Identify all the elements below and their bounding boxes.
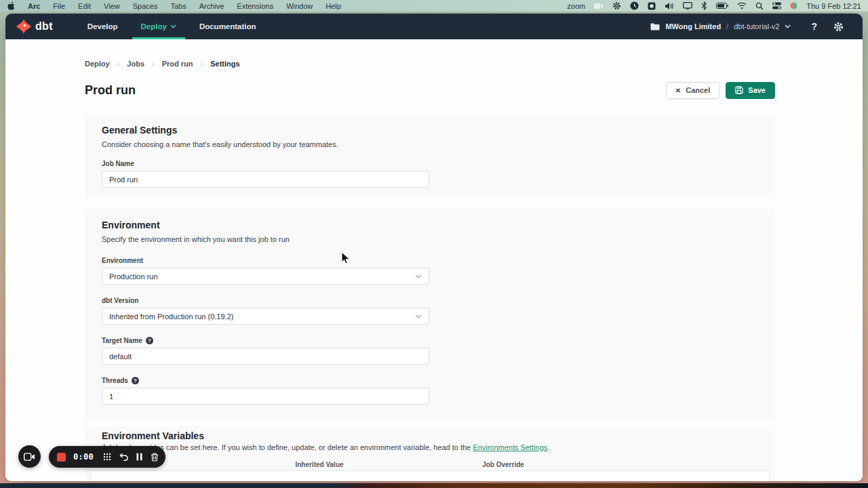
menu-tabs[interactable]: Tabs — [170, 2, 186, 10]
page-title: Prod run — [85, 83, 136, 98]
macos-menubar: Arc File Edit View Spaces Tabs Archive E… — [0, 0, 868, 12]
close-icon: ✕ — [675, 87, 681, 94]
chevron-down-icon — [415, 274, 422, 279]
breadcrumb-separator: › — [117, 60, 120, 68]
environment-variables-section: Environment Variables Job level override… — [85, 426, 775, 481]
cancel-button[interactable]: ✕ Cancel — [666, 82, 719, 99]
wifi-icon[interactable] — [737, 2, 747, 9]
breadcrumb-settings: Settings — [210, 60, 239, 68]
target-name-label: Target Name — [102, 337, 142, 344]
spotlight-search-icon[interactable] — [755, 2, 764, 10]
general-description: Consider choosing a name that's easily u… — [102, 140, 758, 148]
dbt-version-select[interactable]: Inherited from Production run (0.19.2) — [102, 308, 429, 325]
menu-edit[interactable]: Edit — [78, 2, 91, 10]
breadcrumb-deploy[interactable]: Deploy — [85, 60, 110, 68]
clock-status-icon[interactable] — [630, 1, 639, 10]
account-project-separator: / — [726, 22, 728, 30]
breadcrumb-jobs[interactable]: Jobs — [127, 60, 144, 68]
pause-recording-icon[interactable] — [136, 453, 142, 461]
general-settings-section: General Settings Consider choosing a nam… — [85, 114, 775, 199]
zoom-status-label[interactable]: zoom — [567, 2, 585, 10]
nav-deploy[interactable]: Deploy — [130, 14, 188, 39]
menu-view[interactable]: View — [104, 2, 120, 10]
breadcrumb: Deploy › Jobs › Prod run › Settings — [85, 60, 775, 68]
zoom-camera-icon[interactable] — [594, 3, 604, 9]
folder-icon — [650, 23, 660, 30]
column-header-inherited-value: Inherited Value — [265, 461, 374, 468]
column-header-job-override: Job Override — [449, 461, 557, 468]
dbt-logo-text: dbt — [35, 20, 53, 33]
target-name-input[interactable] — [102, 348, 429, 365]
recording-toolbar: 0:00 — [49, 446, 165, 468]
display-icon[interactable] — [683, 2, 692, 9]
help-circle-icon[interactable]: ? — [132, 377, 139, 384]
desktop-bottom-edge — [0, 483, 868, 488]
volume-icon[interactable] — [665, 2, 674, 10]
threads-input[interactable] — [102, 388, 429, 405]
dbt-logo[interactable]: dbt — [16, 19, 53, 34]
control-center-icon[interactable] — [772, 2, 781, 9]
environment-select[interactable]: Production run — [102, 268, 429, 285]
help-circle-icon[interactable]: ? — [146, 337, 153, 344]
save-button[interactable]: Save — [726, 82, 775, 99]
job-name-input[interactable] — [102, 171, 429, 188]
box-app-icon[interactable] — [648, 2, 656, 10]
environment-description: Specify the environment in which you wan… — [102, 235, 758, 243]
menu-extensions[interactable]: Extensions — [237, 2, 273, 10]
menu-window[interactable]: Window — [286, 2, 313, 10]
nav-documentation[interactable]: Documentation — [188, 14, 268, 39]
chevron-down-icon — [415, 314, 422, 319]
menu-archive[interactable]: Archive — [199, 2, 224, 10]
breadcrumb-prod-run[interactable]: Prod run — [162, 60, 193, 68]
job-name-label: Job Name — [102, 160, 758, 167]
environment-section: Environment Specify the environment in w… — [85, 209, 775, 422]
drag-handle-icon[interactable] — [103, 453, 111, 461]
settings-gear-icon[interactable] — [833, 22, 844, 32]
camera-bubble-button[interactable] — [18, 445, 41, 468]
breadcrumb-separator: › — [152, 60, 155, 68]
threads-label: Threads — [102, 377, 128, 384]
recording-timer: 0:00 — [73, 452, 94, 462]
breadcrumb-separator: › — [201, 60, 203, 68]
environment-label: Environment — [102, 257, 758, 264]
env-vars-description: Job level overrides can be set here. If … — [102, 443, 758, 451]
stop-recording-button[interactable] — [57, 453, 66, 462]
gear-status-icon[interactable] — [612, 1, 621, 10]
dbt-version-label: dbt Version — [102, 297, 758, 304]
environments-settings-link[interactable]: Environments Settings — [473, 443, 547, 451]
video-camera-icon — [24, 453, 35, 461]
section-title-general: General Settings — [102, 114, 758, 136]
menu-help[interactable]: Help — [326, 2, 341, 10]
restart-recording-icon[interactable] — [119, 453, 128, 461]
dbt-logo-icon — [16, 19, 31, 34]
section-title-environment: Environment — [102, 209, 758, 230]
battery-icon[interactable] — [716, 3, 728, 9]
bluetooth-icon[interactable] — [701, 1, 707, 10]
chevron-down-icon — [170, 24, 176, 28]
browser-window: dbt Develop Deploy Documentation MWong L… — [5, 14, 863, 481]
account-name[interactable]: MWong Limited — [665, 22, 721, 30]
section-title-env-vars: Environment Variables — [102, 426, 758, 441]
apple-icon[interactable] — [7, 1, 15, 11]
project-selector[interactable]: dbt-tutorial-v2 — [734, 22, 779, 30]
menubar-clock[interactable]: Thu 9 Feb 12:21 — [806, 2, 861, 10]
delete-recording-icon[interactable] — [151, 453, 159, 462]
recording-indicator-icon[interactable] — [790, 2, 797, 9]
help-icon[interactable]: ? — [811, 21, 817, 32]
menubar-app-name[interactable]: Arc — [28, 2, 40, 10]
nav-develop[interactable]: Develop — [76, 14, 130, 39]
job-settings-page: Deploy › Jobs › Prod run › Settings Prod… — [5, 39, 863, 481]
dbt-top-nav: dbt Develop Deploy Documentation MWong L… — [5, 14, 863, 39]
menu-file[interactable]: File — [53, 2, 65, 10]
env-vars-table-row[interactable] — [90, 470, 770, 481]
save-disk-icon — [735, 86, 743, 94]
chevron-down-icon[interactable] — [785, 24, 791, 28]
menu-spaces[interactable]: Spaces — [133, 2, 158, 10]
